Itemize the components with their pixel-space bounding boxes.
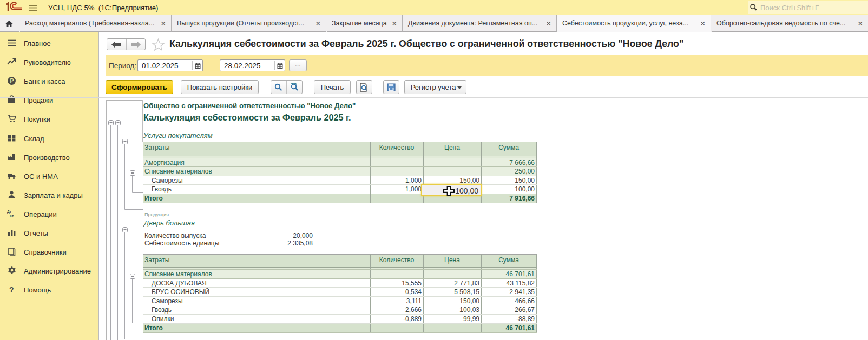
svg-text:?: ? [9,285,14,294]
svg-text:Дт: Дт [7,210,11,214]
svg-text:P: P [10,78,14,84]
svg-text:Кт: Кт [10,214,14,218]
